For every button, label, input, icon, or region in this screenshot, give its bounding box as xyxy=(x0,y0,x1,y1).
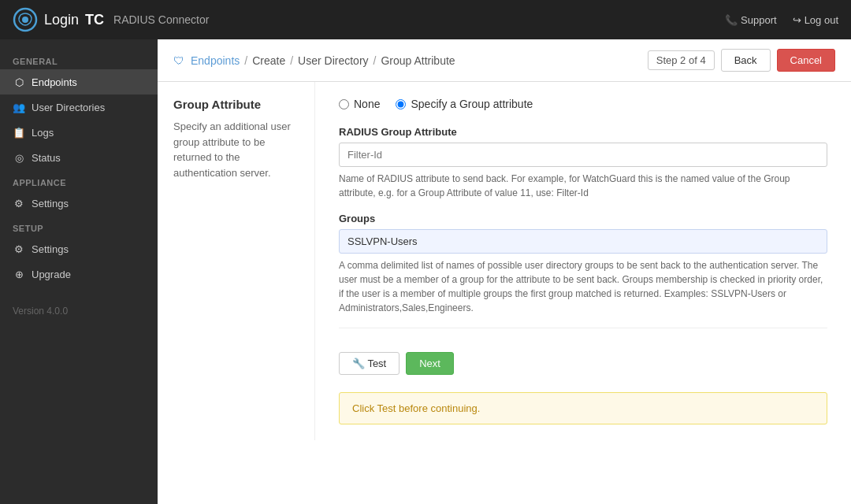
action-row: 🔧 Test Next xyxy=(339,344,827,383)
test-button[interactable]: 🔧 Test xyxy=(339,352,399,375)
sidebar-item-logs[interactable]: 📋 Logs xyxy=(0,120,158,145)
general-section-label: GENERAL xyxy=(0,49,158,69)
back-button[interactable]: Back xyxy=(721,49,771,72)
breadcrumb-group-attribute: Group Attribute xyxy=(381,54,455,67)
sidebar-item-endpoints[interactable]: ⬡ Endpoints xyxy=(0,69,158,94)
logo-bold: TC xyxy=(85,12,104,28)
content-divider xyxy=(339,328,827,328)
radio-none-input[interactable] xyxy=(339,99,349,109)
breadcrumb-bar: 🛡 Endpoints / Create / User Directory / … xyxy=(158,39,851,82)
radius-group-input[interactable] xyxy=(339,143,827,167)
sidebar-item-settings-setup[interactable]: ⚙ Settings xyxy=(0,236,158,261)
panel-title: Group Attribute xyxy=(173,98,299,111)
logintc-logo-icon xyxy=(13,7,38,32)
logo-text: Login xyxy=(44,12,79,28)
main-content: 🛡 Endpoints / Create / User Directory / … xyxy=(158,39,851,504)
breadcrumb-sep-1: / xyxy=(244,54,247,67)
radio-specify-input[interactable] xyxy=(396,99,406,109)
layout: GENERAL ⬡ Endpoints 👥 User Directories 📋… xyxy=(0,39,851,504)
groups-form-group: Groups A comma delimited list of names o… xyxy=(339,213,827,315)
cancel-button[interactable]: Cancel xyxy=(777,49,835,72)
breadcrumb-sep-3: / xyxy=(373,54,377,67)
breadcrumb-sep-2: / xyxy=(290,54,293,67)
radius-group-label: RADIUS Group Attribute xyxy=(339,126,827,138)
gear-icon-setup: ⚙ xyxy=(13,243,25,255)
gear-icon-appliance: ⚙ xyxy=(13,197,25,209)
breadcrumb: 🛡 Endpoints / Create / User Directory / … xyxy=(173,54,455,67)
logo: LoginTC RADIUS Connector xyxy=(13,7,209,32)
groups-input[interactable] xyxy=(339,229,827,254)
breadcrumb-link-endpoints[interactable]: Endpoints xyxy=(191,54,240,67)
topnav-right: 📞 Support ↪ Log out xyxy=(725,14,838,26)
radius-group-attribute-group: RADIUS Group Attribute Name of RADIUS at… xyxy=(339,126,827,200)
shield-icon: 🛡 xyxy=(173,54,184,67)
breadcrumb-create: Create xyxy=(252,54,285,67)
status-icon: ◎ xyxy=(13,151,25,164)
app-name: RADIUS Connector xyxy=(113,13,209,26)
radius-group-help: Name of RADIUS attribute to send back. F… xyxy=(339,172,827,200)
warning-box: Click Test before continuing. xyxy=(339,392,827,424)
groups-help: A comma delimited list of names of possi… xyxy=(339,258,827,315)
sidebar-item-user-directories[interactable]: 👥 User Directories xyxy=(0,94,158,120)
top-navigation: LoginTC RADIUS Connector 📞 Support ↪ Log… xyxy=(0,0,851,39)
version-label: Version 4.0.0 xyxy=(0,293,158,329)
form-area: None Specify a Group attribute RADIUS Gr… xyxy=(315,82,851,440)
next-button[interactable]: Next xyxy=(406,352,454,375)
radio-none-option[interactable]: None xyxy=(339,98,380,110)
endpoints-icon: ⬡ xyxy=(13,76,25,88)
setup-section-label: SETUP xyxy=(0,216,158,236)
breadcrumb-user-directory: User Directory xyxy=(298,54,368,67)
support-link[interactable]: 📞 Support xyxy=(725,14,777,26)
radio-specify-option[interactable]: Specify a Group attribute xyxy=(396,98,533,110)
appliance-section-label: APPLIANCE xyxy=(0,170,158,191)
breadcrumb-actions: Step 2 of 4 Back Cancel xyxy=(648,49,835,72)
group-attribute-radio-group: None Specify a Group attribute xyxy=(339,98,827,110)
upgrade-icon: ⊕ xyxy=(13,268,25,280)
content-description-panel: Group Attribute Specify an additional us… xyxy=(158,82,315,440)
phone-icon: 📞 xyxy=(725,14,738,26)
panel-description: Specify an additional user group attribu… xyxy=(173,119,299,180)
sidebar: GENERAL ⬡ Endpoints 👥 User Directories 📋… xyxy=(0,39,158,504)
radio-none-label: None xyxy=(354,98,380,110)
sidebar-item-upgrade[interactable]: ⊕ Upgrade xyxy=(0,261,158,287)
wrench-icon: 🔧 xyxy=(352,358,365,369)
page-content: Group Attribute Specify an additional us… xyxy=(158,82,851,440)
step-badge: Step 2 of 4 xyxy=(648,50,715,70)
warning-message: Click Test before continuing. xyxy=(352,402,814,414)
groups-label: Groups xyxy=(339,213,827,224)
svg-point-1 xyxy=(22,17,28,23)
logout-icon: ↪ xyxy=(793,14,801,26)
logs-icon: 📋 xyxy=(13,126,25,139)
logout-link[interactable]: ↪ Log out xyxy=(793,14,838,26)
radio-specify-label: Specify a Group attribute xyxy=(411,98,533,110)
sidebar-item-settings-appliance[interactable]: ⚙ Settings xyxy=(0,191,158,216)
sidebar-item-status[interactable]: ◎ Status xyxy=(0,145,158,170)
users-icon: 👥 xyxy=(13,101,25,113)
